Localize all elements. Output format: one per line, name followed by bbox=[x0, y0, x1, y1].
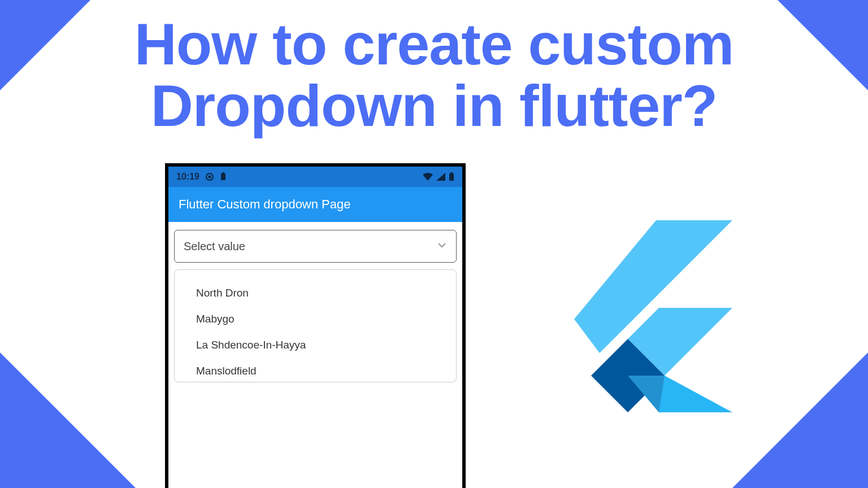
svg-rect-2 bbox=[221, 173, 225, 180]
phone-mockup: 10:19 Flutter Cus bbox=[165, 163, 466, 488]
phone-screen: 10:19 Flutter Cus bbox=[168, 167, 462, 488]
status-time: 10:19 bbox=[176, 172, 199, 182]
title-line-2: Dropdown in flutter? bbox=[151, 73, 717, 138]
dropdown-options-panel: North Dron Mabygo La Shdencoe-In-Hayya M… bbox=[174, 269, 457, 382]
corner-decoration-bl bbox=[0, 352, 136, 488]
dropdown-option[interactable]: North Dron bbox=[175, 280, 456, 306]
wifi-icon bbox=[423, 173, 433, 181]
app-bar: Flutter Custom dropdown Page bbox=[168, 187, 462, 222]
battery-icon bbox=[449, 172, 454, 181]
dropdown-field[interactable]: Select value bbox=[174, 230, 457, 263]
rec-icon bbox=[205, 172, 214, 181]
signal-icon bbox=[436, 173, 445, 181]
dropdown-placeholder: Select value bbox=[184, 240, 245, 253]
svg-point-1 bbox=[208, 176, 211, 178]
page-title: How to create custom Dropdown in flutter… bbox=[0, 14, 868, 137]
battery-icon-small bbox=[220, 172, 227, 181]
app-bar-title: Flutter Custom dropdown Page bbox=[179, 197, 351, 212]
svg-rect-3 bbox=[222, 172, 224, 173]
status-right bbox=[423, 172, 454, 181]
corner-decoration-br bbox=[732, 352, 868, 488]
dropdown-option[interactable]: Mabygo bbox=[175, 306, 456, 332]
android-status-bar: 10:19 bbox=[168, 167, 462, 187]
title-line-1: How to create custom bbox=[134, 11, 734, 77]
svg-rect-4 bbox=[449, 173, 454, 181]
status-left: 10:19 bbox=[176, 172, 227, 182]
chevron-down-icon bbox=[437, 240, 447, 253]
dropdown-option[interactable]: Manslodfield bbox=[175, 358, 456, 382]
flutter-logo bbox=[574, 220, 732, 412]
phone-content: Select value North Dron Mabygo La Shdenc… bbox=[168, 222, 462, 390]
svg-rect-5 bbox=[450, 172, 453, 173]
dropdown-option[interactable]: La Shdencoe-In-Hayya bbox=[175, 332, 456, 358]
